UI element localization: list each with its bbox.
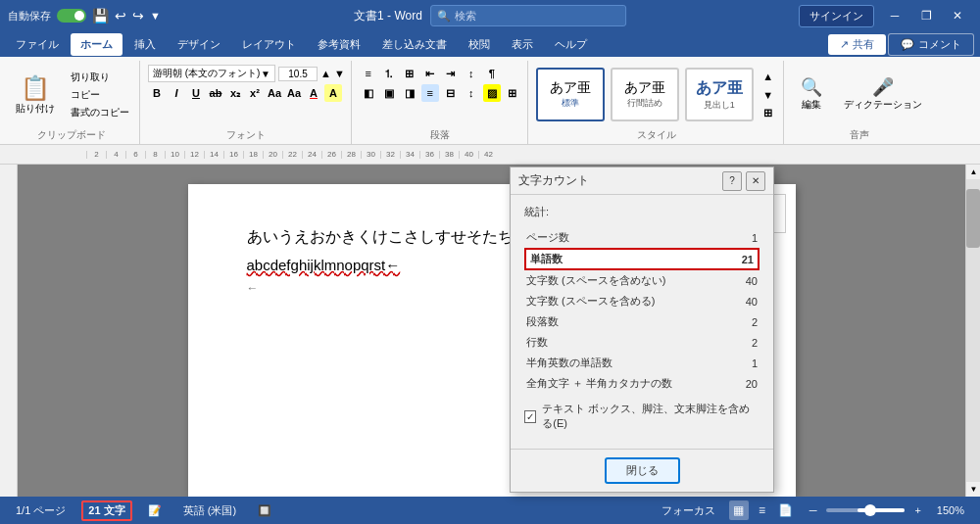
italic-button[interactable]: I (168, 84, 185, 102)
ruler-mark: 34 (400, 151, 419, 159)
highlight-button[interactable]: A (324, 84, 342, 102)
scroll-track[interactable] (966, 179, 980, 482)
column-button[interactable]: ⊟ (442, 84, 460, 102)
proofing-icon[interactable]: 📝 (142, 502, 168, 519)
menu-mailings[interactable]: 差し込み文書 (372, 33, 457, 56)
web-view-button[interactable]: ≡ (753, 500, 772, 520)
font-color-button[interactable]: A (305, 84, 322, 102)
dialog-close-action-button[interactable]: 閉じる (605, 457, 680, 484)
menu-design[interactable]: デザイン (168, 33, 230, 56)
zoom-level[interactable]: 150% (931, 502, 970, 518)
dictation-button[interactable]: 🎤 ディクテーション (839, 75, 927, 115)
dialog-row-lines: 行数 2 (524, 332, 760, 353)
font-decrease-icon[interactable]: ▼ (334, 68, 345, 79)
paste-button[interactable]: 📋 貼り付け (10, 71, 61, 119)
style-heading1[interactable]: あア亜 見出し1 (685, 68, 754, 121)
cut-button[interactable]: 切り取り (67, 70, 133, 85)
increase-indent-button[interactable]: ⇥ (442, 65, 460, 82)
bullets-button[interactable]: ≡ (360, 65, 377, 82)
styles-scroll-up[interactable]: ▲ (760, 68, 777, 85)
menu-references[interactable]: 参考資料 (308, 33, 370, 56)
comment-button[interactable]: 💬 コメント (888, 33, 974, 56)
close-button[interactable]: ✕ (943, 4, 972, 27)
font-selector[interactable]: 游明朝 (本文のフォント) ▼ (148, 65, 275, 82)
justify-button[interactable]: ≡ (421, 84, 439, 102)
superscript-button[interactable]: x² (246, 84, 264, 102)
signin-button[interactable]: サインイン (799, 5, 874, 27)
styles-scroll-down[interactable]: ▼ (760, 86, 777, 104)
copy-button[interactable]: コピー (67, 87, 133, 103)
case-button[interactable]: Aa (285, 84, 303, 102)
ribbon-styles: あア亜 標準 あア亜 行間詰め あア亜 見出し1 ▲ ▼ ⊞ (530, 61, 784, 144)
font-increase-icon[interactable]: ▲ (320, 68, 331, 79)
zoom-out-button[interactable]: ─ (804, 502, 823, 518)
scroll-up-button[interactable]: ▲ (966, 165, 980, 179)
share-button[interactable]: ↗ 共有 (828, 34, 886, 55)
shading-button[interactable]: ▨ (483, 84, 501, 102)
dialog-stats-label: 統計: (524, 205, 760, 219)
menu-view[interactable]: 表示 (502, 33, 543, 56)
line-spacing-button[interactable]: ↕ (463, 84, 480, 102)
dialog-title-buttons: ? ✕ (722, 171, 765, 191)
menu-insert[interactable]: 挿入 (124, 33, 166, 56)
ruler-mark: 10 (165, 151, 184, 159)
scroll-thumb[interactable] (966, 189, 980, 248)
multilevel-button[interactable]: ⊞ (401, 65, 418, 82)
underline-button[interactable]: U (187, 84, 205, 102)
page-info[interactable]: 1/1 ページ (10, 501, 72, 520)
sort-button[interactable]: ↕ (463, 65, 480, 82)
clear-format-button[interactable]: Aa (266, 84, 283, 102)
search-box[interactable]: 🔍 検索 (430, 5, 626, 26)
restore-button[interactable]: ❐ (911, 4, 941, 27)
edit-button[interactable]: 🔍 編集 (792, 75, 831, 115)
word-count-status[interactable]: 21 文字 (81, 500, 131, 521)
read-view-button[interactable]: 📄 (776, 500, 796, 520)
document-area[interactable]: あいうえおかきくけこさしすせそたちつてと← abcdefghijklmnopqr… (18, 165, 965, 497)
title-bar-center: 文書1 - Word 🔍 検索 (354, 5, 626, 26)
minimize-button[interactable]: ─ (880, 4, 909, 27)
font-size-box[interactable]: 10.5 (278, 67, 318, 81)
save-icon[interactable]: 💾 (92, 8, 109, 24)
menu-review[interactable]: 校閲 (459, 33, 500, 56)
dialog-help-button[interactable]: ? (722, 171, 742, 191)
subscript-button[interactable]: x₂ (226, 84, 244, 102)
zoom-in-button[interactable]: + (908, 502, 926, 518)
undo-icon[interactable]: ↩ (115, 8, 126, 24)
style-no-spacing[interactable]: あア亜 行間詰め (611, 68, 679, 121)
autosave-toggle[interactable] (57, 9, 86, 23)
print-view-button[interactable]: ▦ (729, 500, 749, 520)
align-center-button[interactable]: ▣ (380, 84, 398, 102)
status-bar: 1/1 ページ 21 文字 📝 英語 (米国) 🔲 フォーカス ▦ ≡ 📄 ─ … (0, 497, 980, 524)
dialog-words-label: 単語数 (530, 252, 563, 266)
paste-label: 貼り付け (16, 102, 55, 116)
show-marks-button[interactable]: ¶ (483, 65, 501, 82)
dialog-close-button[interactable]: ✕ (746, 171, 765, 191)
style-standard[interactable]: あア亜 標準 (536, 68, 605, 121)
decrease-indent-button[interactable]: ⇤ (421, 65, 439, 82)
borders-button[interactable]: ⊞ (504, 84, 521, 102)
strikethrough-button[interactable]: ab (207, 84, 224, 102)
focus-label[interactable]: フォーカス (656, 501, 721, 520)
dialog-checkbox[interactable]: ✓ (524, 410, 536, 423)
numbering-button[interactable]: ⒈ (380, 65, 398, 82)
align-right-button[interactable]: ◨ (401, 84, 418, 102)
zoom-slider[interactable] (826, 508, 905, 512)
dialog-checkbox-row[interactable]: ✓ テキスト ボックス、脚注、文末脚注を含める(E) (524, 402, 760, 431)
language-status[interactable]: 英語 (米国) (177, 501, 242, 520)
accessibility-icon[interactable]: 🔲 (252, 502, 277, 519)
menu-file[interactable]: ファイル (6, 33, 69, 56)
redo-icon[interactable]: ↪ (132, 8, 144, 24)
format-copy-button[interactable]: 書式のコピー (67, 105, 133, 120)
status-right: フォーカス ▦ ≡ 📄 ─ + 150% (656, 500, 970, 520)
vertical-scrollbar[interactable]: ▲ ▼ (965, 165, 980, 497)
ribbon-toggle[interactable]: ▼ (150, 10, 161, 22)
menu-help[interactable]: ヘルプ (545, 33, 597, 56)
align-left-button[interactable]: ◧ (360, 84, 377, 102)
menu-home[interactable]: ホーム (71, 33, 122, 56)
menu-layout[interactable]: レイアウト (232, 33, 306, 56)
document-title: 文書1 - Word (354, 8, 422, 24)
scroll-down-button[interactable]: ▼ (966, 482, 980, 497)
styles-expand[interactable]: ⊞ (760, 104, 777, 121)
bold-button[interactable]: B (148, 84, 166, 102)
zoom-slider-thumb[interactable] (864, 504, 876, 516)
